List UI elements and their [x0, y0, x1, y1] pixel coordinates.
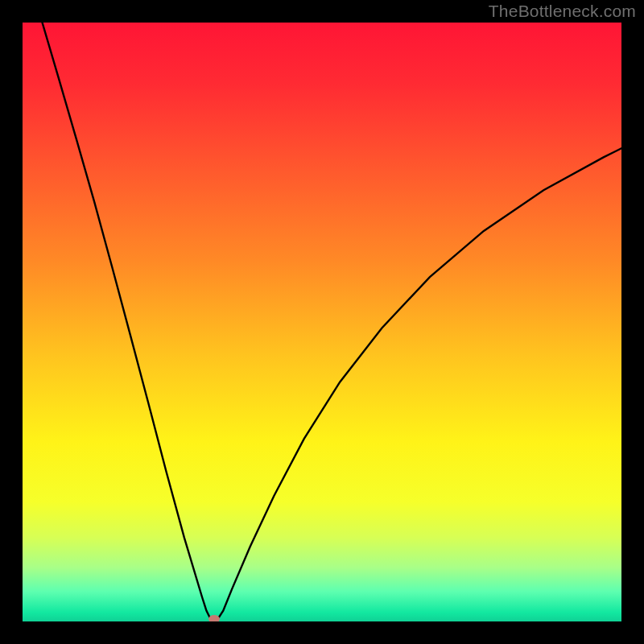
- curve-layer: [23, 23, 621, 621]
- chart-frame: TheBottleneck.com: [0, 0, 644, 644]
- bottleneck-curve: [40, 23, 621, 621]
- minimum-marker: [208, 615, 220, 621]
- plot-area: [23, 23, 621, 621]
- watermark-text: TheBottleneck.com: [489, 2, 636, 21]
